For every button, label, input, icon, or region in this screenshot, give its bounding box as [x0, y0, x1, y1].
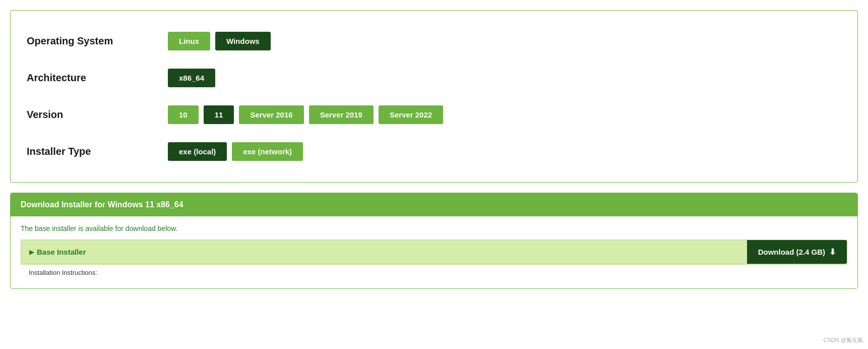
download-section: Download Installer for Windows 11 x86_64…: [10, 193, 858, 289]
install-instructions: Installation Instructions:: [21, 264, 847, 280]
option-btn-exe-local[interactable]: exe (local): [168, 142, 227, 161]
option-btn-server2019[interactable]: Server 2019: [309, 105, 374, 124]
option-btn-11[interactable]: 11: [204, 105, 234, 124]
option-btn-10[interactable]: 10: [168, 105, 199, 124]
option-btn-windows[interactable]: Windows: [215, 32, 271, 50]
selector-row-installer-type: Installer Typeexe (local)exe (network): [27, 133, 841, 170]
row-label-version: Version: [27, 109, 168, 121]
row-label-installer-type: Installer Type: [27, 146, 168, 157]
download-banner: Download Installer for Windows 11 x86_64: [11, 193, 857, 216]
selector-card: Operating SystemLinuxWindowsArchitecture…: [10, 10, 858, 183]
selector-row-version: Version1011Server 2016Server 2019Server …: [27, 96, 841, 133]
option-btn-exe-network[interactable]: exe (network): [232, 142, 303, 161]
option-btn-server2016[interactable]: Server 2016: [239, 105, 303, 124]
download-body: The base installer is available for down…: [11, 216, 857, 288]
options-group-architecture: x86_64: [168, 69, 215, 87]
options-group-version: 1011Server 2016Server 2019Server 2022: [168, 105, 443, 124]
download-button[interactable]: Download (2.4 GB): [747, 240, 847, 264]
option-btn-server2022[interactable]: Server 2022: [379, 105, 443, 124]
base-installer-row: Base Installer Download (2.4 GB): [21, 240, 847, 264]
options-group-installer-type: exe (local)exe (network): [168, 142, 303, 161]
option-btn-x86_64[interactable]: x86_64: [168, 69, 215, 87]
base-installer-label: Base Installer: [21, 241, 747, 263]
download-description: The base installer is available for down…: [21, 224, 847, 232]
option-btn-linux[interactable]: Linux: [168, 32, 210, 50]
row-label-operating-system: Operating System: [27, 35, 168, 47]
selector-row-architecture: Architecturex86_64: [27, 60, 841, 96]
download-banner-title: Download Installer for Windows 11 x86_64: [21, 200, 183, 209]
selector-row-operating-system: Operating SystemLinuxWindows: [27, 23, 841, 60]
options-group-operating-system: LinuxWindows: [168, 32, 271, 50]
row-label-architecture: Architecture: [27, 72, 168, 84]
